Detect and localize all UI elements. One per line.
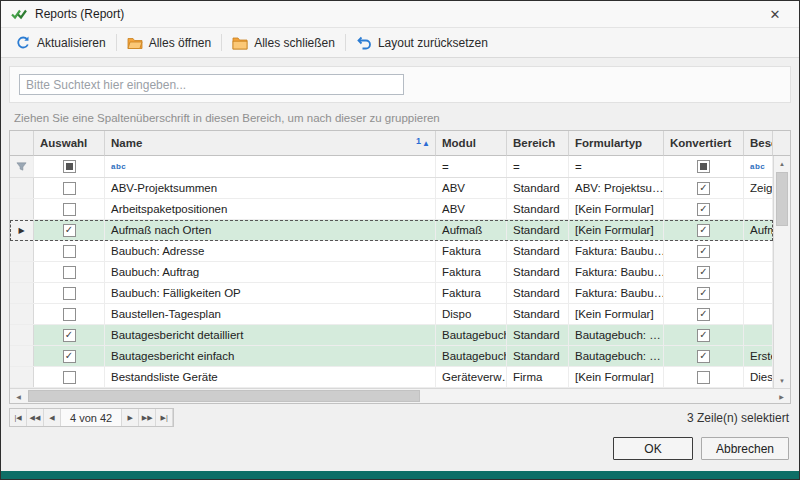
cancel-button[interactable]: Abbrechen (701, 437, 789, 460)
auswahl-cell[interactable] (34, 304, 105, 324)
konvertiert-cell[interactable]: ✓ (664, 199, 744, 219)
modul-filter-cell[interactable]: = (436, 156, 507, 177)
konvertiert-cell[interactable]: ✓ (664, 325, 744, 345)
konvertiert-cell[interactable]: ✓ (664, 178, 744, 198)
beschreibung-filter-cell[interactable]: abc (744, 156, 773, 177)
beschreibung-cell[interactable] (744, 262, 773, 282)
konvertiert-cell[interactable]: ✓ (664, 346, 744, 366)
column-header-bereich[interactable]: Bereich (507, 131, 569, 156)
modul-cell[interactable]: ABV (436, 199, 507, 219)
modul-cell[interactable]: Aufmaß (436, 220, 507, 240)
name-cell[interactable]: Baubuch: Fälligkeiten OP (105, 283, 436, 303)
row-select-checkbox[interactable]: ✓ (63, 224, 76, 237)
prev-record-button[interactable]: ◀ (44, 409, 61, 426)
row-select-checkbox[interactable] (63, 203, 76, 216)
table-row[interactable]: Bestandsliste GeräteGeräteverw…Firma[Kei… (10, 367, 773, 388)
column-header-modul[interactable]: Modul (436, 131, 507, 156)
first-record-button[interactable]: |◀ (10, 409, 27, 426)
table-row[interactable]: ▶✓Aufmaß nach OrtenAufmaßStandard[Kein F… (10, 220, 773, 241)
beschreibung-cell[interactable] (744, 199, 773, 219)
beschreibung-cell[interactable]: Zeigt ei (744, 178, 773, 198)
konvertiert-checkbox[interactable]: ✓ (697, 266, 710, 279)
beschreibung-cell[interactable] (744, 325, 773, 345)
modul-cell[interactable]: Bautagebuch (436, 346, 507, 366)
auswahl-cell[interactable]: ✓ (34, 346, 105, 366)
name-cell[interactable]: Aufmaß nach Orten (105, 220, 436, 240)
konvertiert-checkbox[interactable]: ✓ (697, 203, 710, 216)
auswahl-cell[interactable] (34, 283, 105, 303)
formulartyp-filter-cell[interactable]: = (569, 156, 664, 177)
table-row[interactable]: Baustellen-TagesplanDispoStandard[Kein F… (10, 304, 773, 325)
auswahl-cell[interactable] (34, 241, 105, 261)
row-select-checkbox[interactable]: ✓ (63, 350, 76, 363)
bereich-cell[interactable]: Firma (507, 367, 569, 387)
konvertiert-checkbox[interactable] (697, 371, 710, 384)
konvertiert-checkbox[interactable]: ✓ (697, 224, 710, 237)
konvertiert-checkbox[interactable]: ✓ (697, 287, 710, 300)
konvertiert-checkbox[interactable]: ✓ (697, 245, 710, 258)
bereich-cell[interactable]: Standard (507, 241, 569, 261)
scroll-down-icon[interactable]: ▼ (774, 373, 790, 388)
close-icon[interactable]: ✕ (761, 7, 789, 22)
next-record-button[interactable]: ▶ (122, 409, 139, 426)
bereich-filter-cell[interactable]: = (507, 156, 569, 177)
prev-page-button[interactable]: ◀◀ (27, 409, 44, 426)
formulartyp-cell[interactable]: Faktura: Baubu… (569, 241, 664, 261)
beschreibung-cell[interactable]: Erstellt (744, 346, 773, 366)
modul-cell[interactable]: Dispo (436, 304, 507, 324)
scroll-right-icon[interactable]: ▶ (773, 389, 790, 403)
beschreibung-cell[interactable] (744, 241, 773, 261)
bereich-cell[interactable]: Standard (507, 346, 569, 366)
bereich-cell[interactable]: Standard (507, 262, 569, 282)
formulartyp-cell[interactable]: Bautagebuch: … (569, 346, 664, 366)
konvertiert-cell[interactable]: ✓ (664, 220, 744, 240)
bereich-cell[interactable]: Standard (507, 283, 569, 303)
bereich-cell[interactable]: Standard (507, 220, 569, 240)
bereich-cell[interactable]: Standard (507, 178, 569, 198)
konvertiert-cell[interactable] (664, 367, 744, 387)
formulartyp-cell[interactable]: [Kein Formular] (569, 367, 664, 387)
formulartyp-cell[interactable]: ABV: Projektsu… (569, 178, 664, 198)
konvertiert-cell[interactable]: ✓ (664, 283, 744, 303)
row-select-checkbox[interactable] (63, 308, 76, 321)
table-row[interactable]: ABV-ProjektsummenABVStandardABV: Projekt… (10, 178, 773, 199)
beschreibung-cell[interactable]: Dieser (744, 367, 773, 387)
auswahl-cell[interactable] (34, 199, 105, 219)
row-select-checkbox[interactable] (63, 266, 76, 279)
row-select-checkbox[interactable] (63, 371, 76, 384)
last-record-button[interactable]: ▶| (156, 409, 173, 426)
row-select-checkbox[interactable] (63, 287, 76, 300)
formulartyp-cell[interactable]: Faktura: Baubu… (569, 262, 664, 282)
table-row[interactable]: Baubuch: Fälligkeiten OPFakturaStandardF… (10, 283, 773, 304)
konvertiert-checkbox[interactable]: ✓ (697, 308, 710, 321)
column-header-auswahl[interactable]: Auswahl (34, 131, 105, 156)
column-header-name[interactable]: Name 1 ▲ (105, 131, 436, 156)
konvertiert-cell[interactable]: ✓ (664, 241, 744, 261)
search-input[interactable] (19, 74, 404, 95)
auswahl-cell[interactable]: ✓ (34, 325, 105, 345)
konvertiert-cell[interactable]: ✓ (664, 304, 744, 324)
vertical-scrollbar-thumb[interactable] (776, 172, 788, 226)
name-cell[interactable]: Arbeitspaketpositionen (105, 199, 436, 219)
name-filter-cell[interactable]: abc (105, 156, 436, 177)
beschreibung-cell[interactable] (744, 283, 773, 303)
ok-button[interactable]: OK (613, 437, 693, 460)
table-row[interactable]: ✓Bautagesbericht einfachBautagebuchStand… (10, 346, 773, 367)
table-row[interactable]: ✓Bautagesbericht detailliertBautagebuchS… (10, 325, 773, 346)
row-select-checkbox[interactable]: ✓ (63, 329, 76, 342)
reset-layout-button[interactable]: Layout zurücksetzen (348, 32, 496, 54)
name-cell[interactable]: Bestandsliste Geräte (105, 367, 436, 387)
bereich-cell[interactable]: Standard (507, 325, 569, 345)
name-cell[interactable]: Baubuch: Auftrag (105, 262, 436, 282)
beschreibung-cell[interactable]: Aufmaß (744, 220, 773, 240)
auswahl-cell[interactable]: ✓ (34, 220, 105, 240)
formulartyp-cell[interactable]: Bautagebuch: … (569, 325, 664, 345)
formulartyp-cell[interactable]: [Kein Formular] (569, 199, 664, 219)
horizontal-scrollbar[interactable]: ◀ ▶ (10, 388, 790, 403)
scroll-left-icon[interactable]: ◀ (10, 389, 27, 403)
auswahl-filter-checkbox[interactable] (63, 160, 76, 173)
group-by-panel[interactable]: Ziehen Sie eine Spaltenüberschrift in di… (9, 103, 791, 130)
modul-cell[interactable]: Bautagebuch (436, 325, 507, 345)
konvertiert-checkbox[interactable]: ✓ (697, 182, 710, 195)
modul-cell[interactable]: Faktura (436, 262, 507, 282)
